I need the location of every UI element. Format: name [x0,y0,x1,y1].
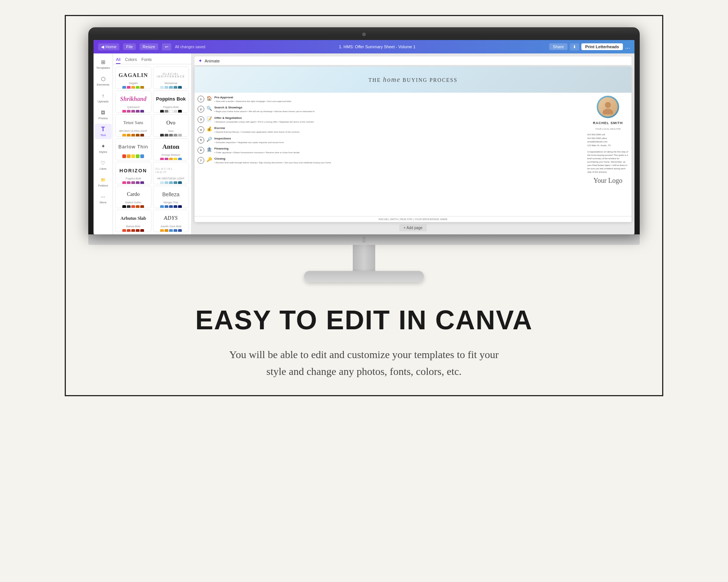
font-card-shrikhand[interactable]: Shrikhand Quicksand [115,90,152,113]
sidebar-item-uploads[interactable]: ↑ Uploads [95,90,112,105]
font-swatches-anton [156,158,187,161]
sidebar-item-likes[interactable]: ♡ Likes [95,157,112,173]
step-2-num: 2 [198,106,204,113]
step-5-content: Inspections • Schedule inspection • Nego… [214,137,284,144]
sidebar-item-text[interactable]: T Text [95,124,112,139]
font-card-barlow[interactable]: Barlow Thin [115,138,152,161]
font-card-arbutus[interactable]: Arbutus Slab Barlow Bold [115,210,152,232]
tab-colors[interactable]: Colors [125,56,137,64]
font-preview-glacial: GLACIAL INDIF [156,164,187,176]
font-preview-gagalin: GAGALIN [118,69,149,81]
step-5-text: • Schedule inspection • Negotiate any re… [214,141,284,144]
print-button[interactable]: Print Letterheads [581,43,623,50]
resize-button[interactable]: Resize [140,43,158,50]
font-list: GAGALIN Gagalin [113,64,191,234]
font-name-glacial: HK GROTSESK LIGHT [156,177,187,180]
contact-info: 914.502.0000 cell 914.502.0000 office em… [587,133,628,147]
file-button[interactable]: File [123,43,136,50]
step-5: 5 🔎 Inspections • Schedule inspection • … [198,137,584,144]
font-preview-poppins: Poppins Bok [156,93,187,105]
font-preview-cardo: Cardo [118,188,149,200]
doc-title-the: THE [368,77,381,83]
step-6-title: Financing [214,147,300,150]
doc-footer: RACHEL SMITH | REALTOR | YOUR BROKERAGE … [195,216,631,222]
imac-screen-shell: ◀ Home File Resize ↩ All changes saved 1… [88,27,640,234]
svg-point-1 [603,109,613,114]
styles-icon: ✦ [100,143,107,150]
font-card-tenor[interactable]: Tenor Sans BRYANS ULTRA LIGHT [115,114,152,137]
more-label: More [100,201,106,204]
agent-circle-inner [598,97,618,117]
font-card-gagalin[interactable]: GAGALIN Gagalin [115,67,152,89]
share-button[interactable]: Share [549,43,568,50]
sidebar-item-elements[interactable]: ⬡ Elements [95,73,112,89]
add-page-button[interactable]: + Add page [399,224,427,231]
tab-fonts[interactable]: Fonts [141,56,152,64]
step-5-title: Inspections [214,137,284,140]
title-center: 1. HMS: Offer Summary Sheet - Volume 1 [209,44,545,49]
step-1-title: Pre-Approval [214,96,291,99]
step-3: 3 📝 Offer & Negotiation • Research compa… [198,116,584,123]
font-card-montserrat[interactable]: GLACIAL INDIFFERENCE Montserrat [153,67,189,89]
font-name-belleza: Morgan Thin [156,201,187,204]
font-swatches-poppins [156,110,187,113]
font-name-montserrat: Montserrat [156,82,187,84]
font-swatches-tenor [118,134,149,137]
font-card-horizon[interactable]: HORIZON Poppins Bold [115,162,152,184]
headline: EASY TO EDIT IN CANVA [73,305,655,335]
subline-2: style and change any photos, fonts, colo… [73,363,655,380]
uploads-icon: ↑ [100,92,107,99]
font-name-shrikhand: Quicksand [118,106,149,108]
imac-screen: ◀ Home File Resize ↩ All changes saved 1… [94,40,634,234]
step-4: 4 💰 Escrow • Deposit Earnest Money • Com… [198,126,584,133]
sidebar-item-more[interactable]: ··· More [95,191,112,206]
font-swatches-arbutus [118,229,149,232]
sidebar-item-styles[interactable]: ✦ Styles [95,141,112,156]
step-4-content: Escrow • Deposit Earnest Money • Complet… [214,126,299,133]
step-2: 2 🔍 Search & Showings • Begin your onlin… [198,106,584,113]
doc-title-script: home [383,76,401,83]
step-7-title: Closing [214,157,331,160]
font-card-cardo[interactable]: Cardo Dialect Gothic [115,186,152,208]
font-card-glacial[interactable]: GLACIAL INDIF HK GROTSESK LIGHT [153,162,189,184]
more-icon: ··· [100,193,107,200]
step-2-content: Search & Showings • Begin your online ho… [214,106,315,113]
font-card-ovo[interactable]: Ovo Now [153,114,189,137]
doc-title-rest: BUYING PROCESS [403,77,458,83]
sidebar-item-photos[interactable]: 🖼 Photos [95,107,112,122]
home-button[interactable]: ◀ Home [98,43,119,50]
font-panel: All Colors Fonts GAGALIN Gagalin [113,53,192,234]
subline-1: You will be able to edit and customize y… [73,347,655,363]
apple-logo:  [363,235,365,244]
animate-label[interactable]: Animate [205,59,220,63]
svg-point-0 [605,102,611,108]
font-name-poppins: Poppins Bold [156,106,187,108]
likes-label: Likes [100,167,107,170]
download-button[interactable]: ⬇ [570,43,579,50]
step-1-content: Pre-Approval • Start with a lender • Det… [214,96,291,103]
step-7-icon: 🔑 [207,157,212,162]
font-card-poppins[interactable]: Poppins Bok Poppins Bold [153,90,189,113]
font-card-anton[interactable]: Anton Prompt Medium [153,138,189,161]
font-preview-anton: Anton [156,141,187,153]
font-name-cardo: Dialect Gothic [118,201,149,204]
step-1-icon: 🏠 [207,96,212,101]
font-preview-horizon: HORIZON [118,164,149,176]
more-button[interactable]: ... [625,43,630,50]
sidebar-item-folders[interactable]: 📁 Folders [95,174,112,190]
photos-label: Photos [98,117,108,120]
font-card-adys[interactable]: ADYS Josefin Sans Bold [153,210,189,232]
sidebar-item-templates[interactable]: ⊞ Templates [95,56,112,72]
font-name-anton: Prompt Medium [156,154,187,156]
font-swatches-gagalin [118,86,149,89]
step-3-num: 3 [198,116,204,123]
font-preview-shrikhand: Shrikhand [118,93,149,105]
font-card-belleza[interactable]: Belleza Morgan Thin [153,186,189,208]
templates-label: Templates [96,66,110,70]
tab-all[interactable]: All [116,56,120,64]
step-4-num: 4 [198,126,204,133]
imac-chin:  [88,234,640,245]
photos-icon: 🖼 [100,109,107,116]
canva-topbar: ◀ Home File Resize ↩ All changes saved 1… [94,40,634,53]
undo-button[interactable]: ↩ [162,43,171,50]
